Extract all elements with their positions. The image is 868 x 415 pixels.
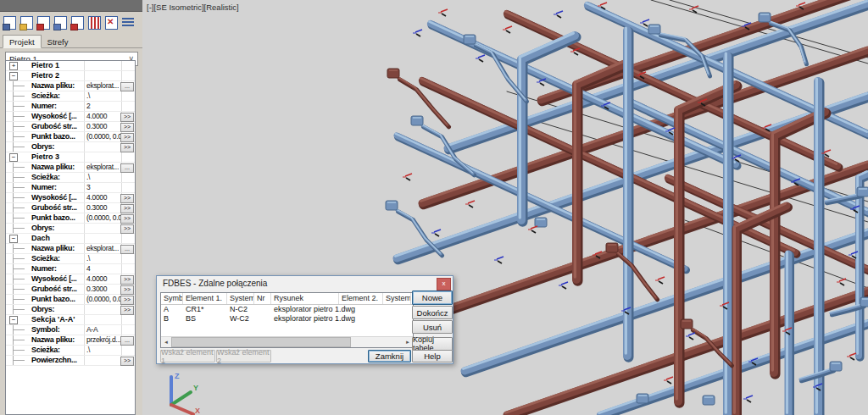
pick-button[interactable]: >> — [120, 275, 134, 285]
table-row[interactable]: ACR1*N-C2eksplorator pietro 1.dwg — [161, 305, 413, 314]
pick-button[interactable]: >> — [120, 296, 134, 305]
help-button[interactable]: Help — [412, 350, 453, 362]
tree-property-row[interactable]: Obrys:>> — [6, 142, 135, 152]
tree-property-row[interactable]: Grubość str...0.3000>> — [6, 203, 135, 213]
close-icon[interactable]: x — [437, 278, 451, 290]
table-cell: BS — [183, 314, 227, 324]
tree-row-button-cell: >> — [122, 224, 135, 233]
table-horizontal-scrollbar[interactable]: ◄ ► — [161, 336, 413, 347]
tree-property-row[interactable]: Scieżka:.\ — [6, 173, 135, 183]
pick-button[interactable]: >> — [120, 306, 134, 315]
scroll-left-icon[interactable]: ◄ — [161, 340, 171, 345]
tab-projekt[interactable]: Projekt — [3, 35, 42, 48]
tree-row-button-cell: >> — [122, 132, 135, 141]
browse-button[interactable]: ... — [120, 245, 134, 254]
wskaz-element-2-button[interactable]: Wskaż element 2 — [216, 350, 271, 362]
collapse-icon[interactable]: − — [9, 72, 18, 80]
tree-property-row[interactable]: Grubość str...0.3000>> — [6, 285, 135, 295]
expand-icon[interactable]: + — [9, 62, 18, 70]
tree-property-row[interactable]: Nazwa pliku:przekrój.d...... — [6, 335, 135, 346]
dialog-titlebar[interactable]: FDBES - Zdalne połączenia x — [157, 276, 453, 290]
collapse-icon[interactable]: − — [9, 235, 18, 243]
tree-row-button-cell — [122, 152, 135, 162]
table-file-icon[interactable] — [88, 16, 101, 30]
tree-connector — [13, 167, 25, 168]
tree-property-row[interactable]: Scieżka:.\ — [6, 346, 135, 356]
tree-property-row[interactable]: Symbol:A-A — [6, 325, 135, 335]
tree-property-row[interactable]: Punkt bazo...(0.0000, 0.00>> — [6, 213, 135, 224]
tree-section-row[interactable]: −Pietro 2 — [6, 71, 135, 81]
tree-row-label-cell: Obrys: — [6, 224, 85, 233]
table-column-header[interactable]: Nr — [254, 293, 271, 304]
tree-property-row[interactable]: Nazwa pliku:eksplorat...... — [6, 163, 135, 173]
tree-property-row[interactable]: Scieżka:.\ — [6, 254, 135, 264]
dokoncz-button[interactable]: Dokończ — [412, 306, 453, 319]
browse-button[interactable]: ... — [120, 163, 134, 173]
kopiuj-tabele-button[interactable]: Kopiuj tabelę — [412, 337, 453, 351]
table-column-header[interactable]: Symbol — [161, 293, 183, 304]
tree-section-row[interactable]: −Sekcja 'A-A' — [6, 315, 135, 325]
viewport-controls-label[interactable]: [-][SE Isometric][Realistic] — [147, 3, 239, 12]
pick-button[interactable]: >> — [120, 357, 134, 366]
tree-property-row[interactable]: Grubość str...0.3000>> — [6, 122, 135, 132]
tree-property-row[interactable]: Obrys:>> — [6, 224, 135, 234]
tree-property-row[interactable]: Wysokość [...4.0000>> — [6, 274, 135, 285]
tree-connector — [13, 228, 25, 229]
tab-strefy[interactable]: Strefy — [42, 36, 75, 47]
browse-button[interactable]: ... — [120, 336, 134, 346]
delete-link-icon[interactable] — [105, 16, 118, 30]
tree-section-row[interactable]: +Pietro 1 — [6, 61, 135, 71]
tree-property-value — [85, 234, 122, 243]
pick-button[interactable]: >> — [120, 214, 134, 224]
list-icon[interactable] — [122, 18, 134, 28]
pick-button[interactable]: >> — [120, 113, 134, 122]
tree-property-row[interactable]: Powierzchn...>> — [6, 356, 135, 366]
table-column-header[interactable]: Element 1. — [183, 293, 227, 304]
tree-property-row[interactable]: Nazwa pliku:eksplorat...... — [6, 244, 135, 254]
tree-property-row[interactable]: Punkt bazo...(0.0000, 0.00>> — [6, 295, 135, 305]
scrollbar-thumb[interactable] — [171, 337, 351, 347]
table-row[interactable]: BBSW-C2eksplorator pietro 1.dwg — [161, 314, 413, 324]
pick-button[interactable]: >> — [120, 194, 134, 203]
tree-property-row[interactable]: Nazwa pliku:eksplorat...... — [6, 81, 135, 91]
tree-row-label-cell: Obrys: — [6, 142, 85, 152]
tree-property-row[interactable]: Scieżka:.\ — [6, 91, 135, 102]
pick-button[interactable]: >> — [120, 133, 134, 142]
import-file-icon[interactable] — [71, 16, 84, 30]
tree-row-label-cell: Wysokość [... — [6, 193, 85, 202]
collapse-icon[interactable]: − — [9, 316, 18, 324]
open-file-icon[interactable] — [20, 16, 33, 30]
table-cell: eksplorator pietro 1.dwg — [271, 314, 339, 324]
zamknij-button[interactable]: Zamknij — [368, 350, 411, 362]
tree-property-row[interactable]: Wysokość [...4.0000>> — [6, 193, 135, 203]
pick-button[interactable]: >> — [120, 285, 134, 295]
tree-property-row[interactable]: Numer:4 — [6, 264, 135, 274]
tree-section-row[interactable]: −Dach — [6, 234, 135, 244]
table-column-header[interactable]: System — [383, 293, 411, 304]
palette-titlebar[interactable] — [0, 0, 142, 12]
tree-property-row[interactable]: Numer:3 — [6, 183, 135, 193]
pick-button[interactable]: >> — [120, 143, 134, 152]
tree-property-row[interactable]: Wysokość [...4.0000>> — [6, 112, 135, 122]
table-column-header[interactable]: System — [227, 293, 254, 304]
connections-table[interactable]: SymbolElement 1.SystemNrRysunekElement 2… — [160, 292, 414, 348]
tree-property-row[interactable]: Numer:2 — [6, 102, 135, 112]
collapse-icon[interactable]: − — [9, 153, 18, 162]
table-column-header[interactable]: Element 2. — [339, 293, 383, 304]
project-tree[interactable]: +Pietro 1−Pietro 2Nazwa pliku:eksplorat.… — [5, 60, 136, 415]
pick-button[interactable]: >> — [120, 204, 134, 213]
nowe-button[interactable]: Nowe — [412, 290, 453, 305]
tree-property-row[interactable]: Punkt bazo...(0.0000, 0.00>> — [6, 132, 135, 142]
tree-section-row[interactable]: −Pietro 3 — [6, 152, 135, 163]
copy-file-icon[interactable] — [54, 16, 67, 30]
tree-property-row[interactable]: Obrys:>> — [6, 305, 135, 315]
new-file-icon[interactable] — [3, 16, 16, 30]
add-file-icon[interactable] — [37, 16, 50, 30]
usun-button[interactable]: Usuń — [412, 320, 453, 334]
table-cell — [339, 314, 383, 324]
browse-button[interactable]: ... — [120, 82, 134, 91]
pick-button[interactable]: >> — [120, 123, 134, 132]
table-column-header[interactable]: Rysunek — [271, 293, 339, 304]
wskaz-element-1-button[interactable]: Wskaż element 1 — [160, 350, 215, 362]
pick-button[interactable]: >> — [120, 224, 134, 234]
